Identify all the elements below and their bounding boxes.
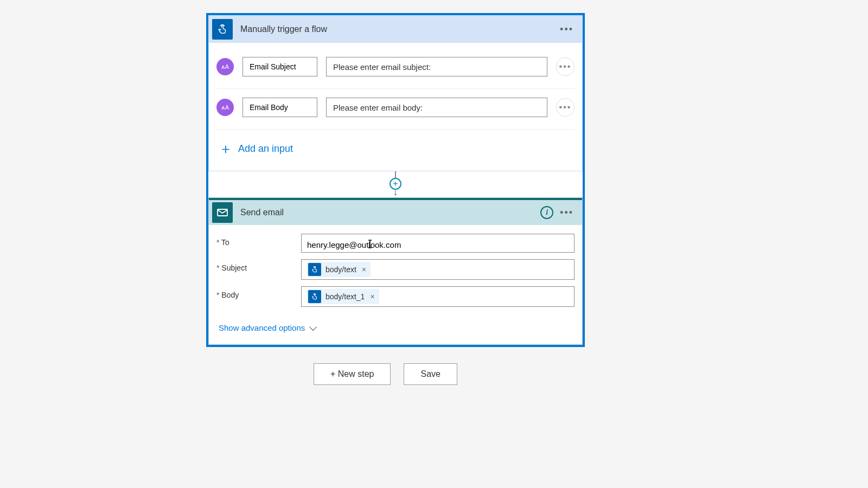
action-card: Send email i ••• To henry.legge@outlook.… [208,197,583,345]
input-row-menu[interactable]: ••• [556,57,575,76]
advanced-options-label: Show advanced options [219,323,305,332]
to-field[interactable]: henry.legge@outlook.com [301,234,575,253]
action-body: To henry.legge@outlook.com Subject [209,225,582,344]
flow-designer-canvas: Manually trigger a flow ••• ᴀA ••• ᴀA ••… [206,13,585,347]
param-row-to: To henry.legge@outlook.com [216,234,575,253]
body-field[interactable]: body/text_1 × [301,286,575,307]
param-row-subject: Subject body/text × [216,259,575,280]
step-connector: + ↓ [208,171,583,197]
input-name-field[interactable] [242,98,317,117]
info-icon[interactable]: i [540,206,553,219]
token-label: body/text_1 [326,292,365,301]
trigger-title: Manually trigger a flow [240,24,559,34]
input-prompt-field[interactable] [326,98,547,117]
token-label: body/text [326,265,356,274]
dynamic-content-token[interactable]: body/text × [307,262,371,277]
add-input-label: Add an input [238,143,293,155]
body-label: Body [216,286,292,307]
mail-icon [212,202,233,223]
to-label: To [216,234,292,253]
show-advanced-options[interactable]: Show advanced options [216,313,318,344]
param-row-body: Body body/text_1 × [216,286,575,307]
trigger-card-header[interactable]: Manually trigger a flow ••• [209,16,582,43]
manual-trigger-icon [308,263,321,276]
trigger-card: Manually trigger a flow ••• ᴀA ••• ᴀA ••… [208,15,583,171]
input-row-menu[interactable]: ••• [556,98,575,117]
token-remove-icon[interactable]: × [362,265,366,274]
action-menu-button[interactable]: ••• [559,207,575,219]
chevron-down-icon [309,323,317,330]
save-button[interactable]: Save [404,363,457,385]
subject-field[interactable]: body/text × [301,259,575,280]
trigger-input-row: ᴀA ••• [216,48,575,89]
action-card-header[interactable]: Send email i ••• [209,198,582,225]
action-title: Send email [240,208,540,217]
plus-icon: ＋ [219,142,231,156]
trigger-menu-button[interactable]: ••• [559,24,575,35]
input-prompt-field[interactable] [326,57,547,76]
footer-buttons: + New step Save [314,363,457,385]
text-input-icon: ᴀA [216,99,234,116]
text-input-icon: ᴀA [216,58,234,75]
input-name-field[interactable] [242,57,317,76]
manual-trigger-icon [308,290,321,303]
arrow-down-icon: ↓ [393,189,398,195]
token-remove-icon[interactable]: × [370,292,374,301]
manual-trigger-icon [212,19,233,40]
add-input-button[interactable]: ＋ Add an input [216,129,575,168]
trigger-input-row: ᴀA ••• [216,89,575,130]
dynamic-content-token[interactable]: body/text_1 × [307,289,379,304]
subject-label: Subject [216,259,292,280]
trigger-body: ᴀA ••• ᴀA ••• ＋ Add an input [209,43,582,171]
new-step-button[interactable]: + New step [314,363,391,385]
to-value: henry.legge@outlook.com [307,240,401,249]
